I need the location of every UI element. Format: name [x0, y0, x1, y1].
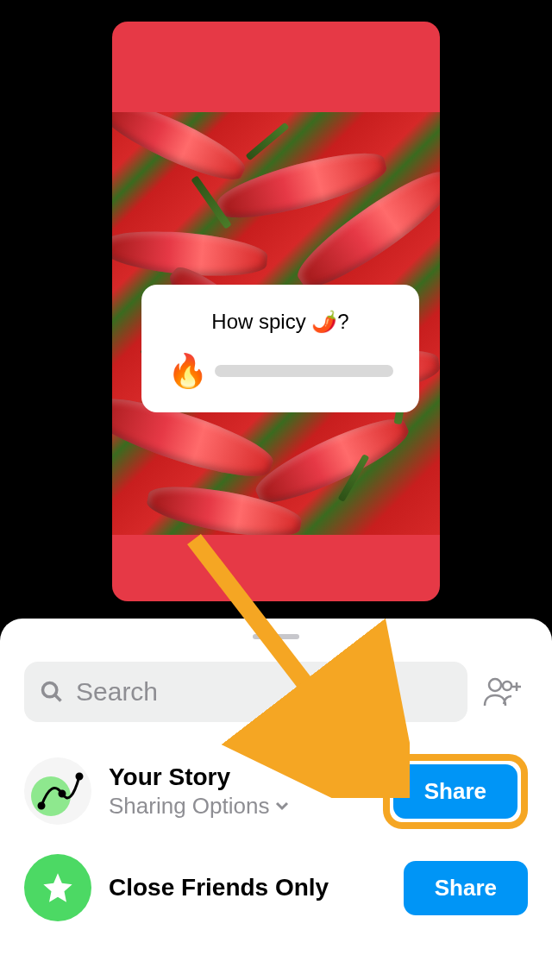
close-friends-text: Close Friends Only — [109, 874, 386, 901]
add-people-icon[interactable] — [483, 676, 523, 707]
svg-point-3 — [503, 682, 511, 690]
search-row: Search — [24, 662, 528, 722]
your-story-title: Your Story — [109, 763, 366, 791]
share-to-close-friends-button[interactable]: Share — [404, 861, 528, 915]
annotation-highlight: Share — [383, 754, 528, 829]
your-story-text: Your Story Sharing Options — [109, 763, 366, 820]
svg-point-0 — [43, 683, 57, 697]
story-avatar-icon — [36, 768, 85, 816]
svg-point-7 — [60, 791, 65, 796]
svg-point-2 — [489, 679, 501, 691]
share-to-story-button[interactable]: Share — [393, 764, 518, 819]
share-sheet: Search Your Story Sharing Options — [0, 619, 552, 980]
search-placeholder: Search — [76, 677, 158, 707]
sheet-grabber[interactable] — [253, 634, 299, 639]
svg-point-6 — [39, 803, 44, 808]
your-story-avatar — [24, 757, 91, 825]
close-friends-title: Close Friends Only — [109, 874, 386, 901]
sharing-options-label: Sharing Options — [109, 793, 269, 820]
search-input[interactable]: Search — [24, 662, 467, 722]
emoji-slider-sticker[interactable]: How spicy 🌶️? 🔥 — [141, 285, 419, 412]
svg-line-1 — [55, 695, 60, 700]
search-icon — [40, 680, 64, 704]
close-friends-avatar — [24, 854, 91, 921]
story-preview: How spicy 🌶️? 🔥 — [112, 22, 440, 601]
slider-row: 🔥 — [167, 355, 393, 387]
star-icon — [41, 870, 75, 905]
sharing-options-button[interactable]: Sharing Options — [109, 793, 366, 820]
poll-question-text: How spicy 🌶️? — [211, 310, 348, 334]
svg-point-8 — [77, 774, 82, 779]
your-story-row: Your Story Sharing Options Share — [24, 753, 528, 829]
fire-emoji-icon[interactable]: 🔥 — [167, 355, 208, 387]
slider-track[interactable] — [215, 365, 393, 377]
chevron-down-icon — [274, 798, 290, 814]
close-friends-row: Close Friends Only Share — [24, 850, 528, 926]
